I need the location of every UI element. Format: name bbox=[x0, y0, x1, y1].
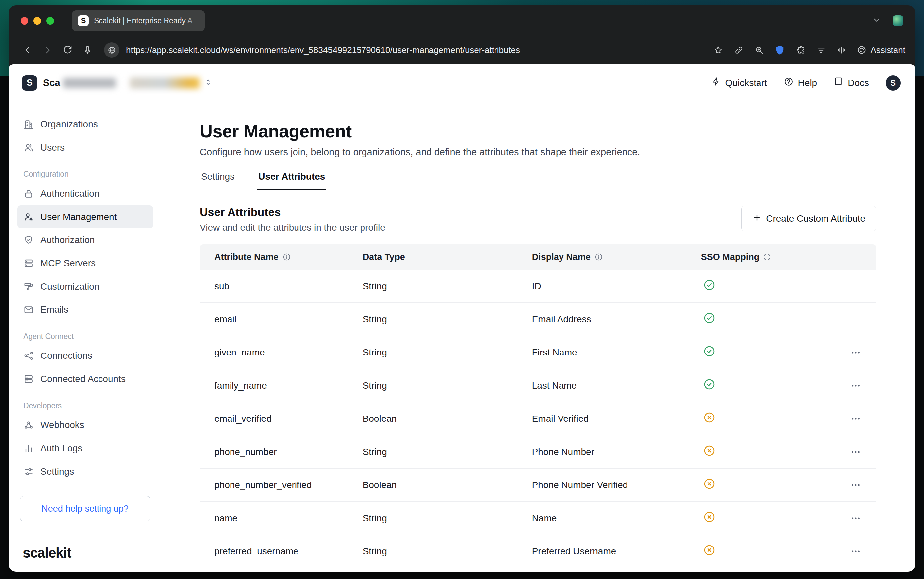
row-menu-button[interactable] bbox=[846, 543, 865, 560]
sidebar-item-emails[interactable]: Emails bbox=[17, 298, 153, 321]
row-menu-button[interactable] bbox=[846, 410, 865, 427]
assistant-button[interactable]: Assistant bbox=[857, 45, 906, 56]
row-actions-cell bbox=[844, 543, 876, 560]
quickstart-label: Quickstart bbox=[725, 78, 767, 88]
row-menu-button[interactable] bbox=[846, 377, 865, 394]
user-attributes-table: Attribute NameData TypeDisplay NameSSO M… bbox=[200, 244, 876, 568]
data-type-cell: String bbox=[363, 447, 532, 457]
servers-icon bbox=[23, 258, 34, 268]
docs-button[interactable]: Docs bbox=[834, 77, 869, 89]
sidebar-item-settings[interactable]: Settings bbox=[17, 460, 153, 483]
table-row-email: emailStringEmail Address bbox=[200, 303, 876, 336]
sidebar-item-customization[interactable]: Customization bbox=[17, 275, 153, 298]
reload-button[interactable] bbox=[58, 41, 76, 59]
page-title: User Management bbox=[200, 121, 876, 141]
info-icon[interactable] bbox=[763, 253, 772, 261]
copy-link-icon[interactable] bbox=[730, 41, 748, 59]
tab-settings[interactable]: Settings bbox=[200, 172, 236, 190]
sidebar-item-label: Webhooks bbox=[41, 420, 84, 430]
display-name-cell: Name bbox=[532, 513, 701, 523]
row-actions-cell bbox=[844, 476, 876, 494]
sidebar-item-connections[interactable]: Connections bbox=[17, 344, 153, 368]
help-button[interactable]: Help bbox=[784, 77, 817, 89]
sso-unmapped-x-icon bbox=[703, 411, 716, 424]
waveform-icon[interactable] bbox=[833, 41, 851, 59]
paint-icon bbox=[23, 281, 34, 292]
organizations-icon bbox=[23, 119, 34, 130]
sidebar-item-user-management[interactable]: User Management bbox=[17, 205, 153, 229]
sidebar-item-mcp-servers[interactable]: MCP Servers bbox=[17, 252, 153, 275]
column-header-label: SSO Mapping bbox=[701, 252, 759, 262]
sidebar-item-label: Authorization bbox=[41, 235, 95, 245]
row-menu-button[interactable] bbox=[846, 476, 865, 494]
sso-mapping-cell bbox=[701, 544, 844, 559]
sidebar-item-label: Settings bbox=[41, 466, 74, 477]
microphone-icon[interactable] bbox=[78, 41, 96, 59]
table-row-sub: subStringID bbox=[200, 270, 876, 303]
selector-chevron-updown-icon bbox=[204, 78, 213, 88]
data-type-cell: String bbox=[363, 546, 532, 557]
sso-mapping-cell bbox=[701, 378, 844, 393]
row-menu-button[interactable] bbox=[846, 510, 865, 527]
workspace-name[interactable]: Sca bbox=[43, 77, 61, 88]
zoom-search-icon[interactable] bbox=[751, 41, 769, 59]
row-menu-button[interactable] bbox=[846, 443, 865, 461]
sidebar-nav: OrganizationsUsersConfigurationAuthentic… bbox=[17, 113, 153, 483]
data-type-cell: Boolean bbox=[363, 480, 532, 491]
attribute-name-cell: given_name bbox=[200, 347, 363, 358]
minimize-window-button[interactable] bbox=[33, 17, 41, 25]
sidebar-section-label-agent-connect: Agent Connect bbox=[17, 332, 153, 341]
sidebar-item-webhooks[interactable]: Webhooks bbox=[17, 414, 153, 437]
back-button[interactable] bbox=[19, 41, 36, 59]
user-avatar[interactable]: S bbox=[886, 75, 901, 90]
table-body: subStringIDemailStringEmail Addressgiven… bbox=[200, 270, 876, 568]
filter-lines-icon[interactable] bbox=[812, 41, 830, 59]
scalekit-favicon-icon: S bbox=[78, 15, 88, 26]
need-help-button[interactable]: Need help setting up? bbox=[20, 496, 150, 521]
environment-selector[interactable] bbox=[130, 77, 213, 88]
sso-mapping-cell bbox=[701, 478, 844, 492]
attribute-name-cell: email bbox=[200, 314, 363, 325]
adblock-shield-extension-icon[interactable] bbox=[771, 41, 789, 59]
column-header-data-type: Data Type bbox=[363, 252, 532, 262]
info-icon[interactable] bbox=[282, 253, 291, 261]
sidebar-item-organizations[interactable]: Organizations bbox=[17, 113, 153, 136]
sidebar-item-users[interactable]: Users bbox=[17, 136, 153, 159]
sidebar-item-connected-accounts[interactable]: Connected Accounts bbox=[17, 368, 153, 391]
info-icon[interactable] bbox=[594, 253, 603, 261]
tab-list-chevron-down-icon[interactable] bbox=[872, 15, 881, 26]
zoom-window-button[interactable] bbox=[46, 17, 54, 25]
browser-tab[interactable]: S Scalekit | Enterprise Ready A bbox=[72, 10, 204, 31]
zap-icon bbox=[711, 77, 721, 89]
forward-button[interactable] bbox=[38, 41, 56, 59]
row-menu-button[interactable] bbox=[846, 344, 865, 361]
attribute-name-cell: sub bbox=[200, 281, 363, 291]
extensions-puzzle-icon[interactable] bbox=[792, 41, 810, 59]
create-button-label: Create Custom Attribute bbox=[766, 213, 865, 224]
quickstart-button[interactable]: Quickstart bbox=[711, 77, 767, 89]
bookmark-star-icon[interactable] bbox=[710, 41, 727, 59]
sidebar-item-authorization[interactable]: Authorization bbox=[17, 229, 153, 252]
browser-profile-avatar[interactable] bbox=[893, 15, 903, 26]
sidebar-item-label: Emails bbox=[41, 304, 68, 315]
display-name-cell: Phone Number Verified bbox=[532, 480, 701, 491]
webhooks-icon bbox=[23, 420, 34, 430]
docs-label: Docs bbox=[848, 78, 869, 88]
site-globe-icon[interactable] bbox=[104, 43, 119, 58]
sso-mapping-cell bbox=[701, 345, 844, 360]
row-actions-cell bbox=[844, 410, 876, 427]
help-icon bbox=[784, 77, 794, 89]
url-bar[interactable]: https://app.scalekit.cloud/ws/environmen… bbox=[104, 40, 702, 61]
connections-icon bbox=[23, 350, 34, 361]
tab-user-attributes[interactable]: User Attributes bbox=[257, 172, 326, 190]
help-label: Help bbox=[798, 78, 817, 88]
data-type-cell: String bbox=[363, 347, 532, 358]
close-window-button[interactable] bbox=[21, 17, 28, 25]
sidebar-item-auth-logs[interactable]: Auth Logs bbox=[17, 437, 153, 460]
sidebar-item-authentication[interactable]: Authentication bbox=[17, 182, 153, 205]
sso-unmapped-x-icon bbox=[703, 511, 716, 523]
sliders-icon bbox=[23, 466, 34, 477]
logs-icon bbox=[23, 443, 34, 454]
create-custom-attribute-button[interactable]: Create Custom Attribute bbox=[741, 206, 876, 231]
attribute-name-cell: name bbox=[200, 513, 363, 523]
